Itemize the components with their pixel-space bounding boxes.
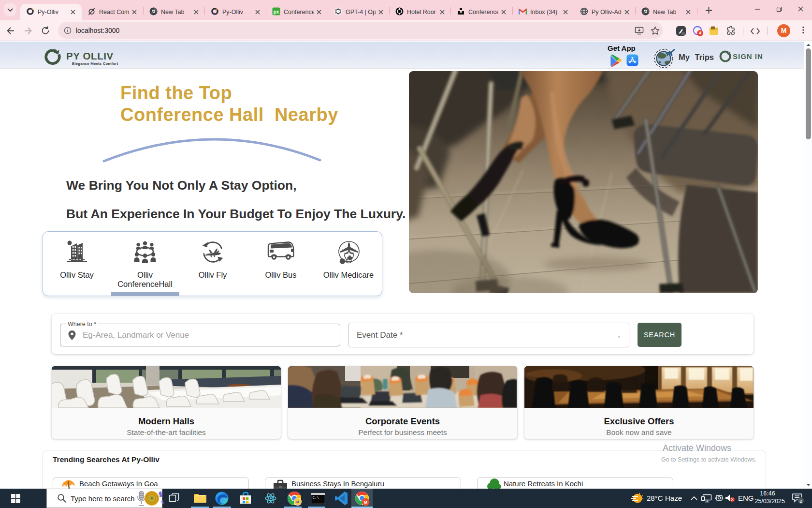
svg-text:C:\_: C:\_ xyxy=(313,496,322,500)
svg-text:-: - xyxy=(683,32,684,35)
svg-text:2: 2 xyxy=(799,498,802,504)
svg-text:M: M xyxy=(364,500,367,505)
svg-text:4: 4 xyxy=(699,30,701,35)
svg-text:M: M xyxy=(296,500,299,504)
svg-text:px: px xyxy=(274,9,279,15)
